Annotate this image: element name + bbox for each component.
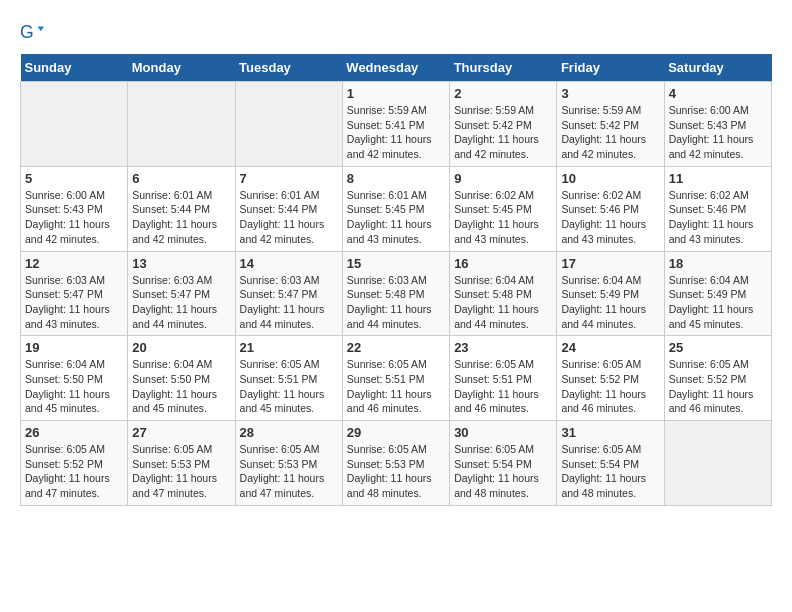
table-row: 15Sunrise: 6:03 AM Sunset: 5:48 PM Dayli…: [342, 251, 449, 336]
table-row: 22Sunrise: 6:05 AM Sunset: 5:51 PM Dayli…: [342, 336, 449, 421]
day-info: Sunrise: 6:05 AM Sunset: 5:52 PM Dayligh…: [25, 442, 123, 501]
day-info: Sunrise: 6:00 AM Sunset: 5:43 PM Dayligh…: [669, 103, 767, 162]
table-row: 24Sunrise: 6:05 AM Sunset: 5:52 PM Dayli…: [557, 336, 664, 421]
week-row-2: 5Sunrise: 6:00 AM Sunset: 5:43 PM Daylig…: [21, 166, 772, 251]
day-number: 31: [561, 425, 659, 440]
day-number: 9: [454, 171, 552, 186]
day-number: 8: [347, 171, 445, 186]
day-number: 1: [347, 86, 445, 101]
day-info: Sunrise: 6:05 AM Sunset: 5:54 PM Dayligh…: [454, 442, 552, 501]
table-row: [664, 421, 771, 506]
day-info: Sunrise: 5:59 AM Sunset: 5:41 PM Dayligh…: [347, 103, 445, 162]
day-info: Sunrise: 5:59 AM Sunset: 5:42 PM Dayligh…: [454, 103, 552, 162]
table-row: 13Sunrise: 6:03 AM Sunset: 5:47 PM Dayli…: [128, 251, 235, 336]
day-number: 18: [669, 256, 767, 271]
table-row: 16Sunrise: 6:04 AM Sunset: 5:48 PM Dayli…: [450, 251, 557, 336]
header-day-saturday: Saturday: [664, 54, 771, 82]
day-number: 24: [561, 340, 659, 355]
day-info: Sunrise: 6:03 AM Sunset: 5:47 PM Dayligh…: [240, 273, 338, 332]
day-info: Sunrise: 6:05 AM Sunset: 5:53 PM Dayligh…: [132, 442, 230, 501]
day-info: Sunrise: 6:05 AM Sunset: 5:51 PM Dayligh…: [347, 357, 445, 416]
day-number: 26: [25, 425, 123, 440]
table-row: [235, 82, 342, 167]
day-number: 29: [347, 425, 445, 440]
header-day-sunday: Sunday: [21, 54, 128, 82]
calendar-table: SundayMondayTuesdayWednesdayThursdayFrid…: [20, 54, 772, 506]
day-number: 11: [669, 171, 767, 186]
day-info: Sunrise: 6:05 AM Sunset: 5:54 PM Dayligh…: [561, 442, 659, 501]
table-row: 14Sunrise: 6:03 AM Sunset: 5:47 PM Dayli…: [235, 251, 342, 336]
day-info: Sunrise: 5:59 AM Sunset: 5:42 PM Dayligh…: [561, 103, 659, 162]
day-info: Sunrise: 6:01 AM Sunset: 5:45 PM Dayligh…: [347, 188, 445, 247]
table-row: 1Sunrise: 5:59 AM Sunset: 5:41 PM Daylig…: [342, 82, 449, 167]
table-row: 4Sunrise: 6:00 AM Sunset: 5:43 PM Daylig…: [664, 82, 771, 167]
table-row: 9Sunrise: 6:02 AM Sunset: 5:45 PM Daylig…: [450, 166, 557, 251]
day-number: 20: [132, 340, 230, 355]
table-row: 27Sunrise: 6:05 AM Sunset: 5:53 PM Dayli…: [128, 421, 235, 506]
day-info: Sunrise: 6:04 AM Sunset: 5:49 PM Dayligh…: [561, 273, 659, 332]
table-row: 21Sunrise: 6:05 AM Sunset: 5:51 PM Dayli…: [235, 336, 342, 421]
day-info: Sunrise: 6:04 AM Sunset: 5:50 PM Dayligh…: [25, 357, 123, 416]
table-row: 19Sunrise: 6:04 AM Sunset: 5:50 PM Dayli…: [21, 336, 128, 421]
week-row-3: 12Sunrise: 6:03 AM Sunset: 5:47 PM Dayli…: [21, 251, 772, 336]
table-row: 31Sunrise: 6:05 AM Sunset: 5:54 PM Dayli…: [557, 421, 664, 506]
day-info: Sunrise: 6:03 AM Sunset: 5:48 PM Dayligh…: [347, 273, 445, 332]
day-number: 17: [561, 256, 659, 271]
day-number: 21: [240, 340, 338, 355]
day-info: Sunrise: 6:03 AM Sunset: 5:47 PM Dayligh…: [25, 273, 123, 332]
table-row: 11Sunrise: 6:02 AM Sunset: 5:46 PM Dayli…: [664, 166, 771, 251]
week-row-5: 26Sunrise: 6:05 AM Sunset: 5:52 PM Dayli…: [21, 421, 772, 506]
day-number: 19: [25, 340, 123, 355]
table-row: 10Sunrise: 6:02 AM Sunset: 5:46 PM Dayli…: [557, 166, 664, 251]
day-number: 6: [132, 171, 230, 186]
day-info: Sunrise: 6:02 AM Sunset: 5:46 PM Dayligh…: [669, 188, 767, 247]
day-number: 5: [25, 171, 123, 186]
day-number: 16: [454, 256, 552, 271]
table-row: [128, 82, 235, 167]
table-row: 6Sunrise: 6:01 AM Sunset: 5:44 PM Daylig…: [128, 166, 235, 251]
header-day-tuesday: Tuesday: [235, 54, 342, 82]
table-row: 2Sunrise: 5:59 AM Sunset: 5:42 PM Daylig…: [450, 82, 557, 167]
day-info: Sunrise: 6:02 AM Sunset: 5:45 PM Dayligh…: [454, 188, 552, 247]
day-info: Sunrise: 6:05 AM Sunset: 5:52 PM Dayligh…: [561, 357, 659, 416]
day-number: 23: [454, 340, 552, 355]
day-info: Sunrise: 6:00 AM Sunset: 5:43 PM Dayligh…: [25, 188, 123, 247]
day-info: Sunrise: 6:01 AM Sunset: 5:44 PM Dayligh…: [132, 188, 230, 247]
day-number: 7: [240, 171, 338, 186]
table-row: 29Sunrise: 6:05 AM Sunset: 5:53 PM Dayli…: [342, 421, 449, 506]
day-info: Sunrise: 6:03 AM Sunset: 5:47 PM Dayligh…: [132, 273, 230, 332]
day-info: Sunrise: 6:02 AM Sunset: 5:46 PM Dayligh…: [561, 188, 659, 247]
table-row: 25Sunrise: 6:05 AM Sunset: 5:52 PM Dayli…: [664, 336, 771, 421]
day-number: 28: [240, 425, 338, 440]
day-info: Sunrise: 6:05 AM Sunset: 5:51 PM Dayligh…: [454, 357, 552, 416]
day-info: Sunrise: 6:05 AM Sunset: 5:52 PM Dayligh…: [669, 357, 767, 416]
day-info: Sunrise: 6:05 AM Sunset: 5:53 PM Dayligh…: [240, 442, 338, 501]
day-number: 4: [669, 86, 767, 101]
svg-marker-1: [38, 26, 44, 31]
day-number: 27: [132, 425, 230, 440]
day-info: Sunrise: 6:04 AM Sunset: 5:48 PM Dayligh…: [454, 273, 552, 332]
day-info: Sunrise: 6:01 AM Sunset: 5:44 PM Dayligh…: [240, 188, 338, 247]
table-row: 26Sunrise: 6:05 AM Sunset: 5:52 PM Dayli…: [21, 421, 128, 506]
svg-text:G: G: [20, 22, 34, 42]
day-number: 13: [132, 256, 230, 271]
day-number: 22: [347, 340, 445, 355]
table-row: 8Sunrise: 6:01 AM Sunset: 5:45 PM Daylig…: [342, 166, 449, 251]
table-row: 18Sunrise: 6:04 AM Sunset: 5:49 PM Dayli…: [664, 251, 771, 336]
table-row: 20Sunrise: 6:04 AM Sunset: 5:50 PM Dayli…: [128, 336, 235, 421]
day-info: Sunrise: 6:05 AM Sunset: 5:53 PM Dayligh…: [347, 442, 445, 501]
table-row: 7Sunrise: 6:01 AM Sunset: 5:44 PM Daylig…: [235, 166, 342, 251]
week-row-1: 1Sunrise: 5:59 AM Sunset: 5:41 PM Daylig…: [21, 82, 772, 167]
day-number: 15: [347, 256, 445, 271]
table-row: 5Sunrise: 6:00 AM Sunset: 5:43 PM Daylig…: [21, 166, 128, 251]
calendar-header-row: SundayMondayTuesdayWednesdayThursdayFrid…: [21, 54, 772, 82]
day-info: Sunrise: 6:05 AM Sunset: 5:51 PM Dayligh…: [240, 357, 338, 416]
table-row: 12Sunrise: 6:03 AM Sunset: 5:47 PM Dayli…: [21, 251, 128, 336]
day-number: 10: [561, 171, 659, 186]
week-row-4: 19Sunrise: 6:04 AM Sunset: 5:50 PM Dayli…: [21, 336, 772, 421]
table-row: 23Sunrise: 6:05 AM Sunset: 5:51 PM Dayli…: [450, 336, 557, 421]
day-number: 3: [561, 86, 659, 101]
day-number: 14: [240, 256, 338, 271]
table-row: 17Sunrise: 6:04 AM Sunset: 5:49 PM Dayli…: [557, 251, 664, 336]
table-row: [21, 82, 128, 167]
